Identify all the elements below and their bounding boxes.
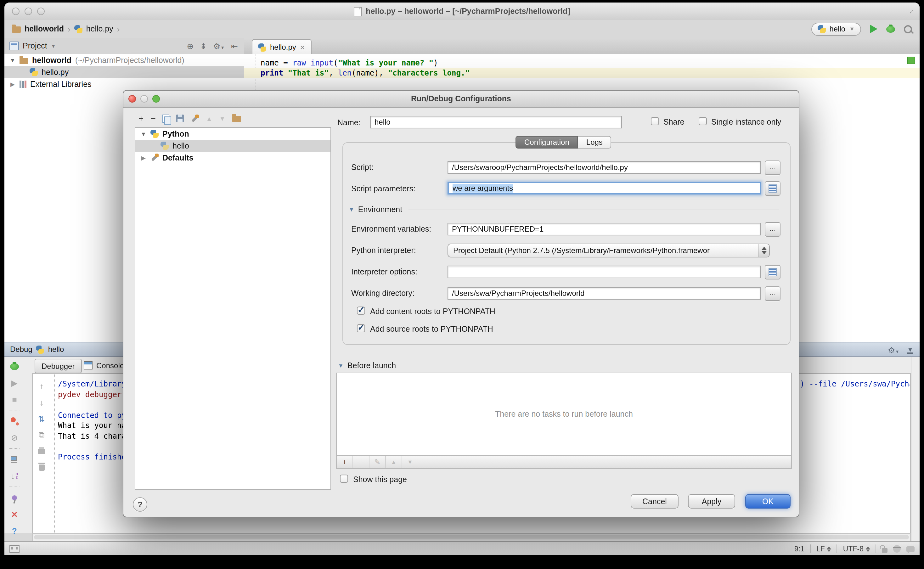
- interpreter-options-field[interactable]: [448, 266, 761, 278]
- close-tab-icon[interactable]: ✕: [300, 44, 305, 51]
- edit-task-button[interactable]: ✎: [369, 456, 386, 468]
- cancel-button[interactable]: Cancel: [631, 494, 679, 508]
- run-configuration-selector[interactable]: hello ▼: [811, 22, 861, 35]
- add-source-roots-checkbox[interactable]: [357, 324, 365, 332]
- toolwindow-toggle-icon[interactable]: [9, 545, 20, 553]
- move-task-down-button[interactable]: ▼: [402, 456, 418, 468]
- before-launch-task-list[interactable]: There are no tasks to run before launch: [336, 373, 792, 456]
- caret-position[interactable]: 9:1: [794, 545, 804, 553]
- stop-icon[interactable]: ■: [8, 391, 21, 407]
- sort-alphabetically-icon[interactable]: ↓az: [8, 468, 21, 484]
- edit-defaults-icon[interactable]: [191, 114, 199, 122]
- working-directory-field[interactable]: /Users/swa/PycharmProjects/helloworld: [448, 287, 761, 300]
- tab-debugger[interactable]: Debugger: [35, 359, 82, 373]
- interpreter-options-expand-button[interactable]: [765, 265, 781, 280]
- new-folder-icon[interactable]: [232, 116, 241, 122]
- script-value: /Users/swaroop/PycharmProjects/helloworl…: [452, 163, 628, 172]
- before-launch-section-header[interactable]: ▼ Before launch: [338, 361, 781, 370]
- hector-inspection-icon[interactable]: [893, 545, 901, 553]
- breadcrumb-project[interactable]: helloworld: [24, 24, 64, 33]
- add-configuration-button[interactable]: +: [138, 113, 143, 123]
- project-panel-title[interactable]: Project: [23, 41, 47, 50]
- down-stack-icon[interactable]: ↓: [35, 394, 49, 411]
- environment-variables-browse-button[interactable]: [765, 222, 781, 237]
- single-instance-checkbox[interactable]: [699, 117, 707, 125]
- encoding-selector[interactable]: UTF-8: [843, 545, 870, 553]
- tree-item-hello-config[interactable]: hello: [135, 140, 330, 152]
- add-content-roots-checkbox[interactable]: [357, 307, 365, 315]
- tree-item-project-root[interactable]: ▼ helloworld (~/PycharmProjects/hellowor…: [5, 54, 244, 66]
- dialog-titlebar[interactable]: Run/Debug Configurations: [123, 91, 799, 108]
- remove-task-button[interactable]: −: [353, 456, 369, 468]
- soft-wrap-icon[interactable]: ⧉: [35, 427, 49, 443]
- print-icon[interactable]: [35, 443, 49, 459]
- triangle-right-icon[interactable]: ▶: [9, 81, 16, 87]
- tree-group-python[interactable]: ▼ Python: [135, 128, 330, 140]
- view-breakpoints-icon[interactable]: [8, 413, 21, 429]
- search-icon[interactable]: [904, 25, 912, 33]
- gear-icon[interactable]: ⚙▼: [213, 41, 225, 51]
- environment-section-header[interactable]: ▼ Environment: [349, 205, 779, 214]
- save-configuration-icon[interactable]: [176, 114, 184, 122]
- move-down-icon[interactable]: ▼: [219, 115, 226, 122]
- tree-group-defaults[interactable]: ▶ Defaults: [135, 152, 330, 164]
- python-interpreter-label: Python interpreter:: [351, 246, 416, 255]
- window-titlebar[interactable]: hello.py – helloworld – [~/PycharmProjec…: [5, 3, 919, 21]
- console-settings-icon[interactable]: ⇅: [35, 411, 49, 427]
- debug-panel-header-actions: ⚙▼ ▼: [888, 342, 913, 358]
- lock-icon[interactable]: [882, 548, 888, 552]
- up-stack-icon[interactable]: ↑: [35, 378, 49, 394]
- minimize-panel-icon[interactable]: ▼: [907, 347, 913, 353]
- collapse-all-icon[interactable]: ⇟: [200, 41, 207, 51]
- apply-button[interactable]: Apply: [688, 494, 735, 508]
- tree-item-external-libraries[interactable]: ▶ External Libraries: [5, 78, 244, 90]
- script-parameters-expand-button[interactable]: [765, 181, 781, 196]
- locate-icon[interactable]: ⊕: [187, 41, 193, 51]
- script-field[interactable]: /Users/swaroop/PycharmProjects/helloworl…: [448, 161, 761, 174]
- gear-icon[interactable]: ⚙▼: [888, 345, 900, 354]
- add-task-button[interactable]: +: [337, 456, 353, 468]
- inspection-status-icon[interactable]: [907, 57, 915, 64]
- tab-logs[interactable]: Logs: [578, 136, 611, 149]
- chevron-down-icon[interactable]: ▼: [51, 43, 56, 49]
- show-this-page-checkbox[interactable]: [340, 475, 348, 483]
- breadcrumb-file[interactable]: hello.py: [86, 24, 113, 33]
- hide-panel-icon[interactable]: ⇤: [231, 41, 238, 51]
- mute-breakpoints-icon[interactable]: ⊘: [8, 429, 21, 446]
- help-button[interactable]: ?: [133, 497, 147, 512]
- share-checkbox[interactable]: [651, 117, 659, 125]
- event-log-icon[interactable]: [906, 546, 915, 552]
- line-separator-selector[interactable]: LF: [816, 545, 831, 553]
- debug-button[interactable]: [886, 26, 895, 32]
- dialog-tabs: Configuration Logs: [515, 136, 611, 149]
- environment-variables-field[interactable]: PYTHONUNBUFFERED=1: [448, 223, 761, 236]
- python-interpreter-select[interactable]: Project Default (Python 2.7.5 (/System/L…: [448, 243, 770, 257]
- console-vertical-scrollbar[interactable]: [911, 357, 919, 541]
- triangle-right-icon[interactable]: ▶: [140, 155, 147, 161]
- triangle-down-icon[interactable]: ▼: [140, 131, 147, 137]
- console-horizontal-scrollbar[interactable]: [32, 533, 911, 541]
- restore-layout-icon[interactable]: [8, 451, 21, 468]
- ok-button[interactable]: OK: [745, 494, 790, 508]
- script-browse-button[interactable]: [765, 161, 781, 175]
- rerun-debug-icon[interactable]: [8, 358, 21, 374]
- tree-item-hello-py[interactable]: hello.py: [5, 66, 244, 78]
- run-button[interactable]: [870, 24, 877, 33]
- editor-tab-hello-py[interactable]: hello.py ✕: [252, 39, 312, 55]
- copy-configuration-icon[interactable]: [163, 114, 170, 122]
- status-bar: 9:1 LF UTF-8: [5, 541, 919, 555]
- working-directory-browse-button[interactable]: [765, 286, 781, 301]
- move-up-icon[interactable]: ▲: [206, 115, 213, 122]
- close-panel-icon[interactable]: ✕: [8, 506, 21, 522]
- name-field[interactable]: hello: [370, 116, 622, 128]
- tab-configuration[interactable]: Configuration: [515, 136, 578, 149]
- remove-configuration-button[interactable]: −: [150, 113, 155, 123]
- triangle-down-icon[interactable]: ▼: [9, 57, 16, 63]
- clear-console-icon[interactable]: [35, 459, 49, 476]
- script-parameters-field[interactable]: we are arguments: [448, 182, 761, 195]
- move-task-up-button[interactable]: ▲: [386, 456, 402, 468]
- help-icon[interactable]: ?: [8, 522, 21, 539]
- document-icon: [354, 7, 362, 16]
- pin-tab-icon[interactable]: [8, 490, 21, 506]
- resume-icon[interactable]: ▶: [8, 374, 21, 391]
